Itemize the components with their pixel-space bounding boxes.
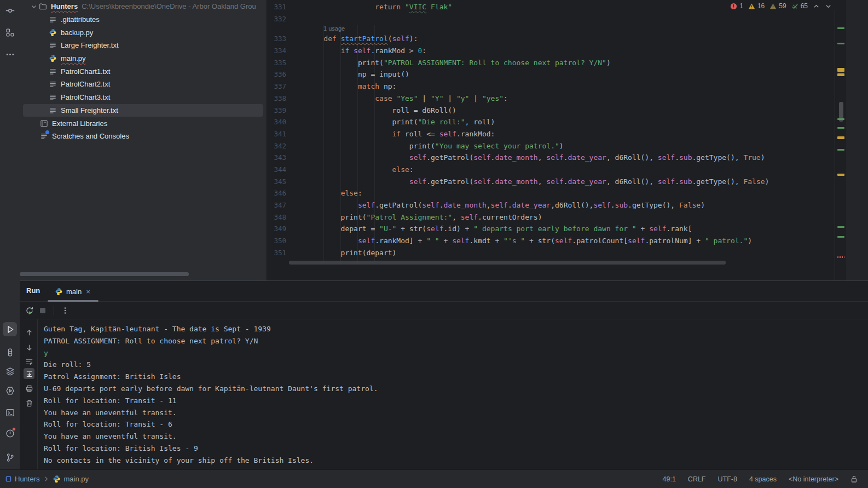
stripe-mark[interactable]	[837, 149, 844, 151]
previous-problem-button[interactable]	[813, 3, 820, 10]
soft-wrap-icon[interactable]	[24, 356, 34, 367]
down-arrow-icon[interactable]	[24, 342, 34, 353]
error-stripe[interactable]	[835, 10, 846, 280]
tree-item-patrolchart3-txt[interactable]: PatrolChart3.txt	[20, 91, 267, 104]
structure-icon[interactable]	[3, 25, 17, 39]
stripe-mark[interactable]	[837, 256, 844, 258]
tree-item-backup-py[interactable]: backup.py	[20, 26, 267, 39]
warning-count[interactable]: 16	[748, 2, 765, 10]
weak-warning-count[interactable]: 59	[769, 2, 786, 10]
code-line[interactable]: 333 def startPatrol(self):	[267, 33, 834, 45]
code-editor[interactable]: 331 return "VIIC Flak"3321 usage333 def …	[267, 0, 868, 280]
code-line[interactable]: 345 self.getPatrol(self.date_month, self…	[267, 176, 834, 188]
code-line[interactable]: 343 self.getPatrol(self.date_month, self…	[267, 152, 834, 164]
breadcrumb-file[interactable]: main.py	[64, 475, 89, 483]
code-line[interactable]: 342 print("You may select your patrol.")	[267, 140, 834, 152]
run-tool-window: Run main × Guten Tag, Kapitän-leutnant -…	[20, 280, 868, 469]
tree-item-scratches-and-consoles[interactable]: Scratches and Consoles	[20, 130, 267, 143]
breadcrumb-project[interactable]: Hunters	[15, 475, 40, 483]
run-anything-icon[interactable]	[3, 383, 17, 398]
stripe-mark[interactable]	[837, 226, 844, 228]
code-line[interactable]: 347 self.getPatrol(self.date_month,self.…	[267, 199, 834, 211]
editor-hscrollbar[interactable]	[289, 261, 726, 265]
stripe-mark[interactable]	[837, 118, 844, 120]
scratches-icon	[39, 132, 48, 141]
tree-item-label: .gitattributes	[61, 15, 100, 24]
tree-root-hunters[interactable]: Hunters C:\Users\kbreenbondie\OneDrive -…	[20, 0, 267, 13]
file-encoding[interactable]: UTF-8	[718, 475, 737, 483]
caret-position[interactable]: 49:1	[663, 475, 676, 483]
code-line[interactable]: 339 roll = d6Roll()	[267, 105, 834, 117]
line-number: 336	[267, 68, 286, 81]
stripe-mark[interactable]	[837, 73, 844, 76]
code-line[interactable]: 338 case "Yes" | "Y" | "y" | "yes":	[267, 93, 834, 105]
notifications-icon[interactable]	[3, 426, 17, 440]
stripe-mark[interactable]	[837, 236, 844, 238]
stripe-mark[interactable]	[837, 136, 844, 139]
code-line[interactable]: 350 self.rankMod] + " " + self.kmdt + "'…	[267, 235, 834, 247]
code-line[interactable]: 341 if roll <= self.rankMod:	[267, 128, 834, 140]
code-text: depart = "U-" + str(self.id) + " departs…	[306, 223, 692, 235]
typo-count[interactable]: 65	[791, 2, 808, 10]
interpreter-widget[interactable]: <No interpreter>	[789, 475, 838, 483]
tree-item-small-freighter-txt[interactable]: Small Freighter.txt	[23, 104, 263, 117]
tree-item-label: Large Freighter.txt	[61, 41, 119, 49]
code-line[interactable]: 335 print("PATROL ASSIGNMENT: Roll to ch…	[267, 57, 834, 69]
tree-item-external-libraries[interactable]: External Libraries	[20, 117, 267, 130]
code-line[interactable]: 337 match np:	[267, 81, 834, 93]
run-tab-main[interactable]: main ×	[50, 281, 95, 302]
line-number: 339	[267, 105, 286, 117]
scroll-to-end-icon[interactable]	[24, 368, 34, 379]
error-count[interactable]: 1	[730, 2, 743, 10]
commit-icon[interactable]	[3, 3, 17, 18]
stripe-mark[interactable]	[837, 27, 844, 29]
stop-icon[interactable]	[36, 304, 49, 317]
code-line[interactable]: 351 print(depart)	[267, 247, 834, 259]
services-icon[interactable]	[3, 364, 17, 378]
code-line[interactable]: 344 else:	[267, 164, 834, 176]
tree-item-large-freighter-txt[interactable]: Large Freighter.txt	[20, 39, 267, 52]
breadcrumb[interactable]: Hunters main.py	[0, 475, 89, 483]
indent-style[interactable]: 4 spaces	[749, 475, 777, 483]
chevron-down-icon[interactable]	[30, 2, 38, 11]
version-control-icon[interactable]	[3, 450, 17, 464]
stripe-mark[interactable]	[837, 174, 844, 176]
line-separator[interactable]: CRLF	[688, 475, 706, 483]
python-icon	[48, 28, 57, 37]
line-number: 333	[267, 33, 286, 45]
up-arrow-icon[interactable]	[24, 327, 34, 338]
tree-item-main-py[interactable]: main.py	[20, 52, 267, 65]
next-problem-button[interactable]	[825, 3, 832, 10]
print-icon[interactable]	[24, 383, 34, 394]
clear-icon[interactable]	[24, 398, 34, 409]
project-root-path: C:\Users\kbreenbondie\OneDrive - Arbor O…	[82, 2, 256, 10]
stripe-mark[interactable]	[837, 43, 844, 44]
more-options-icon[interactable]	[59, 304, 72, 317]
code-line[interactable]: 332	[267, 13, 834, 25]
readonly-lock-icon[interactable]	[850, 475, 858, 483]
project-widget-icon[interactable]	[5, 476, 11, 482]
close-icon[interactable]: ×	[86, 288, 90, 296]
usage-inlay-hint[interactable]: 1 usage	[267, 25, 834, 33]
run-icon[interactable]	[3, 322, 17, 336]
more-tool-windows-icon[interactable]	[3, 47, 17, 61]
code-line[interactable]: 340 print("Die roll:", roll)	[267, 116, 834, 128]
tree-item-patrolchart2-txt[interactable]: PatrolChart2.txt	[20, 78, 267, 91]
stripe-mark[interactable]	[837, 127, 844, 129]
code-line[interactable]: 349 depart = "U-" + str(self.id) + " dep…	[267, 223, 834, 235]
stripe-mark[interactable]	[837, 68, 844, 72]
run-tab-label: main	[66, 288, 82, 296]
rerun-icon[interactable]	[23, 304, 36, 317]
tree-item-patrolchart1-txt[interactable]: PatrolChart1.txt	[20, 65, 267, 78]
code-line[interactable]: 336 np = input()	[267, 68, 834, 81]
console-output[interactable]: Guten Tag, Kapitän-leutnant - The date i…	[44, 323, 868, 464]
code-line[interactable]: 346 else:	[267, 187, 834, 199]
code-line[interactable]: 334 if self.rankMod > 0:	[267, 45, 834, 57]
python-console-icon[interactable]	[3, 345, 17, 359]
code-area[interactable]: 331 return "VIIC Flak"3321 usage333 def …	[267, 0, 834, 280]
project-hscrollbar[interactable]	[20, 272, 189, 276]
inspections-widget[interactable]: 1 16 59 65	[730, 1, 832, 11]
terminal-icon[interactable]	[3, 405, 17, 420]
code-line[interactable]: 348 print("Patrol Assignment:", self.cur…	[267, 211, 834, 223]
tree-item--gitattributes[interactable]: .gitattributes	[20, 13, 267, 26]
